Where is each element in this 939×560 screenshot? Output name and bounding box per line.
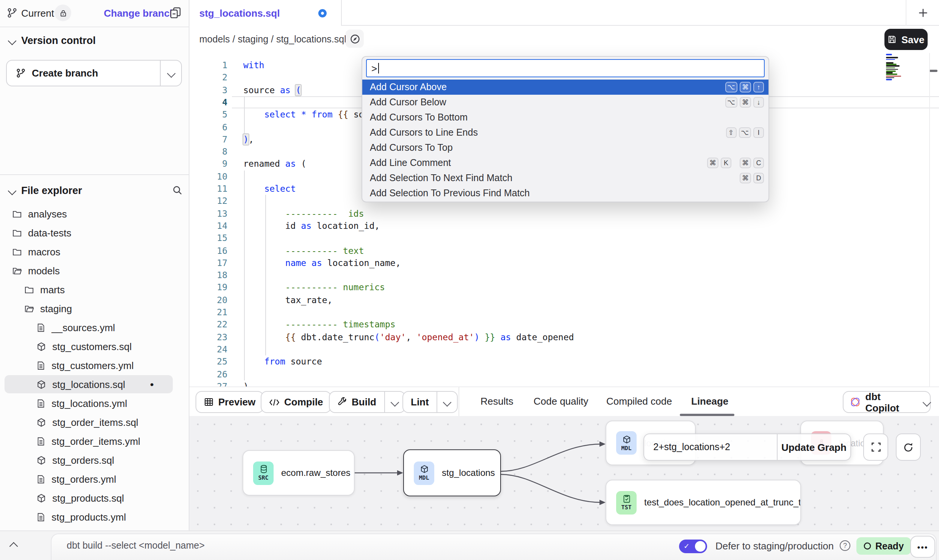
- defer-label: Defer to staging/production: [715, 540, 834, 552]
- sidebar-divider: [0, 174, 189, 175]
- code-line-14: 14 id as location_id,: [189, 220, 939, 232]
- dbt-copilot-icon: [850, 397, 861, 407]
- file-row-stg-locations-yml[interactable]: stg_locations.yml: [5, 394, 173, 412]
- lineage-filter-input[interactable]: [644, 441, 777, 453]
- command-palette-input[interactable]: >: [366, 59, 765, 77]
- tab-lineage[interactable]: Lineage: [691, 387, 728, 415]
- editor-scrollbar-thumb[interactable]: [929, 70, 937, 72]
- explore-lineage-button[interactable]: [346, 30, 364, 48]
- save-label: Save: [901, 34, 925, 45]
- palette-item-add-cursors-to-top[interactable]: Add Cursors To Top: [362, 140, 769, 155]
- file-row-stg-orders-yml[interactable]: stg_orders.yml: [5, 470, 173, 488]
- palette-item-add-cursor-above[interactable]: Add Cursor Above⌥⌘↑: [362, 80, 769, 95]
- file-label: stg_products.sql: [52, 492, 124, 504]
- preview-button[interactable]: Preview: [196, 391, 264, 413]
- create-branch-label: Create branch: [32, 67, 98, 79]
- file-row-macros[interactable]: macros: [5, 242, 173, 261]
- dbt-copilot-button[interactable]: dbt Copilot: [843, 391, 931, 413]
- file-row-models[interactable]: models: [5, 261, 173, 280]
- editor-toolbar: Preview Compile Build Lint Results Code …: [189, 386, 939, 416]
- doc-icon: [36, 322, 45, 332]
- build-button[interactable]: Build: [329, 391, 405, 413]
- palette-item-add-line-comment[interactable]: Add Line Comment⌘K⌘C: [362, 155, 769, 171]
- defer-toggle[interactable]: ✓: [679, 540, 707, 553]
- line-number: 18: [189, 269, 227, 282]
- palette-item-label: Add Cursor Below: [370, 97, 446, 108]
- code-line-18: 18: [189, 269, 939, 282]
- file-label: macros: [28, 246, 60, 257]
- editor-minimap[interactable]: [884, 54, 913, 81]
- folder-icon: [12, 247, 22, 257]
- line-number: 23: [189, 331, 227, 343]
- file-row--sources-yml[interactable]: __sources.yml: [5, 318, 173, 336]
- palette-item-add-selection-to-previous-find-match[interactable]: Add Selection To Previous Find Match: [362, 186, 769, 201]
- shortcut-keys: ⌘D: [737, 172, 764, 183]
- palette-item-add-cursor-below[interactable]: Add Cursor Below⌥⌘↓: [362, 95, 769, 110]
- file-row-stg-locations-sql[interactable]: stg_locations.sql•: [5, 375, 173, 393]
- file-search-icon[interactable]: [172, 185, 183, 196]
- tab-label: stg_locations.sql: [199, 7, 280, 19]
- lock-icon: [59, 9, 67, 17]
- sidebar: Current Change branch Version control Cr…: [0, 0, 189, 530]
- clipboard-check-icon: [622, 494, 631, 503]
- folder-open-icon: [24, 303, 34, 313]
- lint-label: Lint: [411, 396, 429, 408]
- file-row-stg-products-yml[interactable]: stg_products.yml: [5, 508, 173, 526]
- palette-item-add-selection-to-next-find-match[interactable]: Add Selection To Next Find Match⌘D: [362, 171, 769, 186]
- file-row-data-tests[interactable]: data-tests: [5, 224, 173, 242]
- lineage-node-test[interactable]: TST test_does_location_opened_at_trunc_t…: [606, 480, 801, 525]
- more-options-button[interactable]: •••: [910, 536, 935, 558]
- file-row-stg-customers-sql[interactable]: stg_customers.sql: [5, 337, 173, 355]
- folder-icon: [24, 285, 34, 294]
- version-control-collapse-icon[interactable]: [8, 37, 17, 45]
- doc-icon: [36, 474, 45, 484]
- file-row-stg-order-items-yml[interactable]: stg_order_items.yml: [5, 432, 173, 450]
- code-line-13: 13 ---------- ids: [189, 207, 939, 220]
- build-label: Build: [352, 396, 376, 408]
- lint-button[interactable]: Lint: [402, 391, 458, 413]
- file-explorer-collapse-icon[interactable]: [8, 187, 17, 196]
- code-line-26: 26: [189, 368, 939, 380]
- preview-label: Preview: [218, 396, 255, 408]
- command-palette: > Add Cursor Above⌥⌘↑Add Cursor Below⌥⌘↓…: [362, 56, 769, 202]
- palette-item-add-cursors-to-line-ends[interactable]: Add Cursors to Line Ends⇧⌥I: [362, 125, 769, 140]
- code-line-15: 15: [189, 232, 939, 244]
- line-number: 6: [189, 121, 227, 133]
- refresh-button[interactable]: [896, 433, 921, 461]
- help-icon[interactable]: ?: [840, 540, 850, 551]
- cli-command-text: dbt build --select <model_name>: [67, 540, 205, 551]
- build-dropdown[interactable]: [384, 392, 404, 412]
- create-branch-dropdown[interactable]: [160, 61, 181, 86]
- file-row-analyses[interactable]: analyses: [5, 205, 173, 223]
- copy-icon[interactable]: [170, 7, 181, 18]
- expand-command-drawer-icon[interactable]: [9, 542, 18, 551]
- tab-stg-locations[interactable]: stg_locations.sql: [189, 0, 342, 26]
- update-graph-button[interactable]: Update Graph: [778, 441, 850, 453]
- palette-item-add-cursors-to-bottom[interactable]: Add Cursors To Bottom: [362, 110, 769, 125]
- file-row-marts[interactable]: marts: [5, 280, 173, 299]
- save-button[interactable]: Save: [884, 29, 928, 50]
- file-row-stg-customers-yml[interactable]: stg_customers.yml: [5, 356, 173, 374]
- tab-results[interactable]: Results: [480, 387, 513, 415]
- file-row-stg-order-items-sql[interactable]: stg_order_items.sql: [5, 413, 173, 431]
- palette-item-label: Add Cursors to Line Ends: [370, 127, 478, 138]
- line-number: 24: [189, 343, 227, 356]
- branch-bar: Current Change branch: [0, 0, 189, 27]
- file-row-staging[interactable]: staging: [5, 299, 173, 318]
- new-tab-button[interactable]: [906, 0, 939, 26]
- compile-button[interactable]: Compile: [261, 391, 332, 413]
- file-row-stg-products-sql[interactable]: stg_products.sql: [5, 489, 173, 507]
- palette-item-label: Add Cursors To Top: [370, 142, 453, 153]
- create-branch-button[interactable]: Create branch: [6, 60, 182, 86]
- lineage-node-stg-locations[interactable]: MDL stg_locations: [403, 449, 501, 496]
- tab-code-quality[interactable]: Code quality: [534, 387, 588, 415]
- fullscreen-button[interactable]: [863, 433, 888, 461]
- line-number: 10: [189, 170, 227, 183]
- file-label: stg_customers.sql: [52, 341, 132, 352]
- file-row-stg-orders-sql[interactable]: stg_orders.sql: [5, 451, 173, 469]
- change-branch-link[interactable]: Change branch: [104, 8, 175, 19]
- lint-dropdown[interactable]: [437, 392, 457, 412]
- tab-compiled-code[interactable]: Compiled code: [606, 387, 672, 415]
- lineage-node-source[interactable]: SRC ecom.raw_stores: [243, 450, 355, 496]
- line-number: 26: [189, 368, 227, 380]
